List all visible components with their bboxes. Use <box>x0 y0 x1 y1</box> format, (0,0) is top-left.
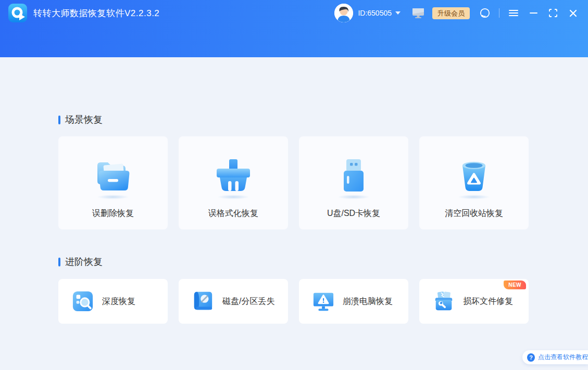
app-title: 转转大师数据恢复软件V2.2.3.2 <box>33 7 159 19</box>
section-title-scenario: 场景恢复 <box>58 113 103 126</box>
avatar[interactable] <box>334 4 353 22</box>
crashed-pc-icon <box>312 290 334 312</box>
icon-shadow <box>337 195 370 199</box>
section-title-advanced: 进阶恢复 <box>58 256 103 268</box>
deep-scan-icon <box>72 290 94 312</box>
accent-bar <box>58 258 60 266</box>
card-label: 深度恢复 <box>102 296 135 307</box>
chevron-down-icon[interactable] <box>395 11 401 15</box>
card-deleted-recovery[interactable]: 误删除恢复 <box>58 136 168 229</box>
card-label: 误删除恢复 <box>92 208 134 219</box>
scenario-cards: 误删除恢复 <box>58 136 529 229</box>
card-disk-partition-loss[interactable]: 磁盘/分区丢失 <box>179 279 288 324</box>
device-monitor-icon[interactable] <box>412 8 424 19</box>
minimize-button[interactable] <box>523 5 543 21</box>
card-format-recovery[interactable]: 误格式化恢复 <box>179 136 288 229</box>
maximize-icon <box>549 9 557 17</box>
menu-button[interactable] <box>504 5 523 21</box>
icon-shadow <box>217 195 249 199</box>
file-repair-icon <box>433 290 455 312</box>
card-label: 清空回收站恢复 <box>445 208 503 219</box>
minimize-icon <box>530 12 537 14</box>
maximize-button[interactable] <box>543 5 563 21</box>
card-label: 损坏文件修复 <box>463 296 513 307</box>
folder-icon <box>92 158 134 193</box>
card-crashed-pc-recovery[interactable]: 崩溃电脑恢复 <box>299 279 408 324</box>
card-label: 误格式化恢复 <box>208 208 258 219</box>
card-recycle-bin-recovery[interactable]: 清空回收站恢复 <box>419 136 529 229</box>
divider <box>499 8 499 18</box>
card-label: 崩溃电脑恢复 <box>343 296 393 307</box>
icon-shadow <box>458 195 490 199</box>
advanced-cards: 深度恢复 磁盘/分区丢失 <box>58 279 529 324</box>
app-window: 转转大师数据恢复软件V2.2.3.2 ID:650505 <box>0 0 588 370</box>
app-logo-icon <box>8 4 27 22</box>
tutorial-button[interactable]: ? 点击查看软件教程 <box>522 350 588 364</box>
accent-bar <box>58 116 60 124</box>
usb-drive-icon <box>333 158 374 193</box>
recycle-bin-icon <box>453 158 495 193</box>
card-label: U盘/SD卡恢复 <box>327 208 380 219</box>
user-id[interactable]: ID:650505 <box>358 9 392 17</box>
icon-shadow <box>97 195 129 199</box>
title-bar: 转转大师数据恢复软件V2.2.3.2 ID:650505 <box>0 0 588 57</box>
card-file-repair[interactable]: NEW 损坏文件修复 <box>419 279 529 324</box>
upgrade-member-button[interactable]: 升级会员 <box>432 7 470 19</box>
tutorial-label: 点击查看软件教程 <box>538 353 588 362</box>
close-icon <box>569 9 577 17</box>
question-icon: ? <box>527 353 535 362</box>
card-usb-sd-recovery[interactable]: U盘/SD卡恢复 <box>299 136 408 229</box>
customer-service-icon[interactable] <box>479 7 491 19</box>
new-badge: NEW <box>504 280 526 289</box>
card-label: 磁盘/分区丢失 <box>222 296 274 307</box>
disk-partition-icon <box>192 290 214 312</box>
card-deep-recovery[interactable]: 深度恢复 <box>58 279 168 324</box>
format-brush-icon <box>212 158 254 193</box>
hamburger-menu-icon <box>509 8 518 18</box>
close-button[interactable] <box>563 5 583 21</box>
